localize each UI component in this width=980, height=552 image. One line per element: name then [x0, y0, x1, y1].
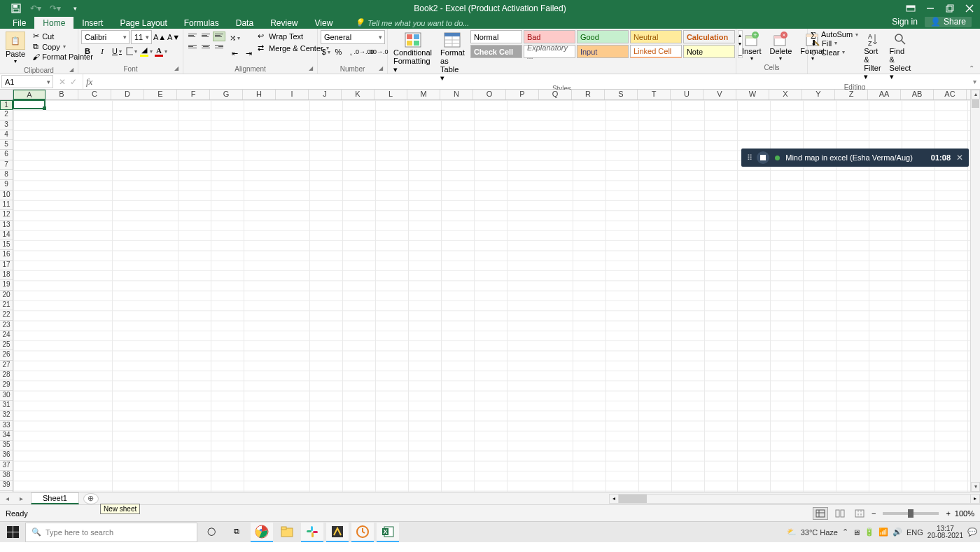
row-header[interactable]: 2 [0, 110, 13, 120]
column-header[interactable]: O [473, 90, 506, 99]
stop-record-icon[interactable] [757, 151, 769, 164]
decrease-decimal-button[interactable]: .00→.0 [372, 46, 384, 58]
tray-monitor-icon[interactable]: 🖥 [853, 528, 860, 537]
fill-button[interactable]: ⬇ Fill [811, 39, 858, 48]
new-sheet-button[interactable]: ⊕ [83, 493, 99, 504]
drag-grip-icon[interactable]: ⠿ [747, 153, 751, 163]
zoom-in-icon[interactable]: + [946, 509, 950, 518]
font-color-button[interactable]: A [155, 45, 167, 57]
row-header[interactable]: 18 [0, 270, 13, 280]
weather-icon[interactable]: ⛅ [787, 527, 797, 537]
column-header[interactable]: F [177, 90, 210, 99]
style-normal[interactable]: Normal [470, 30, 522, 43]
start-button[interactable] [3, 523, 22, 542]
autosum-button[interactable]: ∑ AutoSum [811, 30, 858, 39]
taskbar-search[interactable]: 🔍 Type here to search [25, 523, 197, 542]
row-header[interactable]: 14 [0, 230, 13, 240]
ribbon-display-icon[interactable] [903, 1, 918, 15]
chrome-icon[interactable] [251, 523, 273, 542]
column-header[interactable]: P [506, 90, 539, 99]
app-icon-2[interactable] [351, 523, 374, 542]
tray-battery-icon[interactable]: 🔋 [864, 527, 874, 537]
column-header[interactable]: B [46, 90, 78, 99]
row-header[interactable]: 27 [0, 361, 13, 371]
tab-review[interactable]: Review [262, 17, 306, 29]
tray-wifi-icon[interactable]: 📶 [878, 527, 888, 537]
column-header[interactable]: Q [539, 90, 572, 99]
sort-filter-button[interactable]: AZSort &Filter ▾ [861, 30, 883, 83]
tell-me-input[interactable]: 💡 Tell me what you want to do... [355, 18, 469, 29]
increase-indent-button[interactable]: ⇥ [242, 47, 255, 60]
row-header[interactable]: 28 [0, 371, 13, 380]
delete-cells-button[interactable]: ×Delete▾ [767, 30, 795, 63]
paste-button[interactable]: 📋 Paste ▾ [3, 30, 28, 66]
sheet-tab-sheet1[interactable]: Sheet1 [31, 492, 79, 504]
row-header[interactable]: 19 [0, 280, 13, 290]
select-all-corner[interactable] [0, 90, 13, 100]
tab-insert[interactable]: Insert [74, 17, 111, 29]
column-header[interactable]: X [769, 90, 802, 99]
align-top-button[interactable] [186, 32, 199, 41]
minimize-icon[interactable] [923, 1, 938, 15]
row-header[interactable]: 39 [0, 481, 13, 490]
cortana-icon[interactable]: ◯ [200, 523, 223, 542]
row-header[interactable]: 36 [0, 450, 13, 460]
save-icon[interactable] [8, 1, 24, 15]
grow-font-icon[interactable]: A▲ [153, 31, 166, 43]
vscroll-thumb[interactable] [972, 99, 979, 108]
style-linked-cell[interactable]: Linked Cell [630, 45, 682, 58]
row-header[interactable]: 21 [0, 301, 13, 310]
row-header[interactable]: 8 [0, 170, 13, 180]
column-header[interactable]: E [144, 90, 177, 99]
row-header[interactable]: 5 [0, 140, 13, 150]
insert-cells-button[interactable]: +Insert▾ [739, 30, 764, 63]
style-calculation[interactable]: Calculation [683, 30, 735, 43]
column-header[interactable]: H [243, 90, 276, 99]
column-header[interactable]: AB [901, 90, 934, 99]
column-header[interactable]: W [736, 90, 769, 99]
tab-file[interactable]: File [4, 17, 34, 29]
column-header[interactable]: M [407, 90, 440, 99]
row-header[interactable]: 7 [0, 160, 13, 170]
tab-home[interactable]: Home [34, 17, 74, 29]
expand-formula-bar-icon[interactable]: ▾ [969, 74, 980, 89]
sign-in-button[interactable]: Sign in [892, 17, 918, 27]
align-center-button[interactable] [200, 43, 212, 53]
column-header[interactable]: D [111, 90, 144, 99]
row-header[interactable]: 37 [0, 461, 13, 471]
row-header[interactable]: 1 [0, 100, 13, 110]
row-header[interactable]: 25 [0, 340, 13, 350]
style-good[interactable]: Good [577, 30, 629, 43]
row-header[interactable]: 11 [0, 200, 13, 210]
enter-formula-icon[interactable]: ✓ [70, 77, 77, 87]
notifications-icon[interactable]: 💬 [967, 527, 977, 537]
row-header[interactable]: 26 [0, 350, 13, 360]
column-header[interactable]: J [309, 90, 342, 99]
page-break-view-icon[interactable] [852, 507, 867, 520]
alignment-launcher-icon[interactable]: ◢ [309, 65, 313, 71]
shrink-font-icon[interactable]: A▼ [167, 31, 180, 43]
style-bad[interactable]: Bad [524, 30, 575, 43]
row-header[interactable]: 4 [0, 130, 13, 140]
close-icon[interactable] [962, 1, 977, 15]
selected-cell[interactable] [13, 99, 46, 109]
row-header[interactable]: 35 [0, 441, 13, 450]
align-left-button[interactable] [186, 43, 199, 53]
row-header[interactable]: 13 [0, 221, 13, 230]
collapse-ribbon-icon[interactable]: ⌃ [969, 64, 974, 72]
column-header[interactable]: V [704, 90, 736, 99]
zoom-slider[interactable] [883, 512, 939, 515]
bold-button[interactable]: B [81, 45, 94, 57]
row-header[interactable]: 20 [0, 291, 13, 301]
tab-page-layout[interactable]: Page Layout [111, 17, 175, 29]
style-explanatory[interactable]: Explanatory ... [524, 45, 575, 58]
restore-icon[interactable] [942, 1, 958, 15]
column-header[interactable]: R [572, 90, 605, 99]
horizontal-scrollbar[interactable]: ◂ ▸ [609, 494, 980, 504]
clear-button[interactable]: ◇ Clear [811, 48, 858, 57]
row-header[interactable]: 23 [0, 321, 13, 331]
align-middle-button[interactable] [200, 32, 212, 41]
column-header[interactable]: Y [802, 90, 835, 99]
row-header[interactable]: 3 [0, 120, 13, 130]
style-check-cell[interactable]: Check Cell [470, 45, 522, 58]
